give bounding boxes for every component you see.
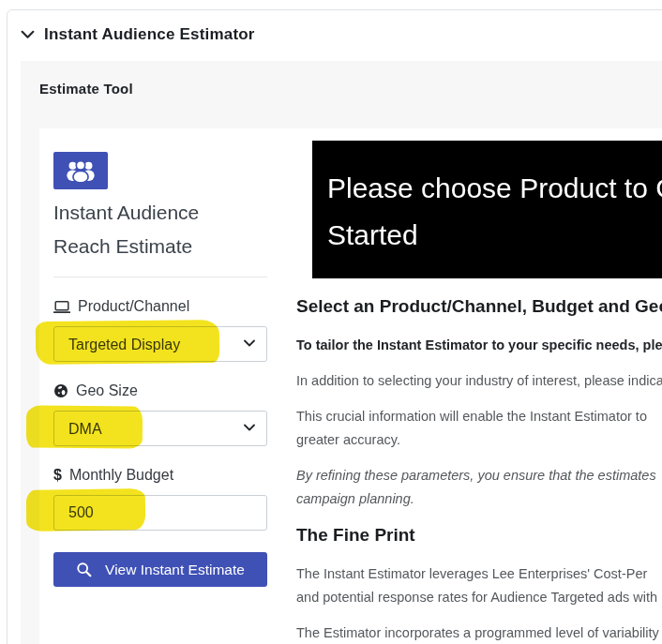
paragraph-crucial: This crucial information will enable the… <box>296 405 662 452</box>
divider <box>53 277 267 277</box>
product-channel-label: Product/Channel <box>53 298 267 315</box>
paragraph-tailor: To tailor the Instant Estimator to your … <box>296 334 662 357</box>
fine-print-heading: The Fine Print <box>296 523 662 547</box>
monthly-budget-label: $ Monthly Budget <box>53 467 267 484</box>
paragraph-industry: In addition to selecting your industry o… <box>296 369 662 393</box>
globe-icon <box>53 383 68 398</box>
monthly-budget-field <box>53 495 267 531</box>
view-instant-estimate-button[interactable]: View Instant Estimate <box>53 552 267 587</box>
card-title: Instant Audience Reach Estimate <box>53 196 267 263</box>
accordion-header[interactable]: Instant Audience Estimator <box>21 25 255 44</box>
users-icon <box>65 159 97 183</box>
monthly-budget-input[interactable] <box>53 495 267 531</box>
audience-icon-tile <box>53 152 108 189</box>
desktop-icon <box>53 300 70 314</box>
intro-heading: Select an Product/Channel, Budget and Ge… <box>296 294 662 319</box>
paragraph-leverage: The Instant Estimator leverages Lee Ente… <box>296 562 662 609</box>
accordion-title: Instant Audience Estimator <box>44 25 255 44</box>
estimate-tool-title: Estimate Tool <box>39 81 133 97</box>
geo-size-select[interactable]: DMA <box>53 411 267 446</box>
chevron-down-icon[interactable] <box>21 30 35 39</box>
banner-text-line2: Started <box>327 212 662 259</box>
instructions-column: Select an Product/Channel, Budget and Ge… <box>296 294 662 644</box>
geo-size-field: DMA <box>53 411 267 446</box>
dollar-icon: $ <box>53 467 62 484</box>
product-channel-select[interactable]: Targeted Display <box>53 326 267 362</box>
choose-product-banner: Please choose Product to Get Started <box>312 141 662 278</box>
content-row: Instant Audience Reach Estimate Product/… <box>39 128 662 644</box>
paragraph-refine: By refining these parameters, you ensure… <box>296 464 662 511</box>
search-icon <box>76 562 92 577</box>
product-channel-field: Targeted Display <box>53 326 267 362</box>
geo-size-label: Geo Size <box>53 382 267 399</box>
banner-text-line1: Please choose Product to Get <box>327 165 662 212</box>
paragraph-variability: The Estimator incorporates a programmed … <box>296 622 662 644</box>
reach-estimate-form: Instant Audience Reach Estimate Product/… <box>39 128 281 587</box>
